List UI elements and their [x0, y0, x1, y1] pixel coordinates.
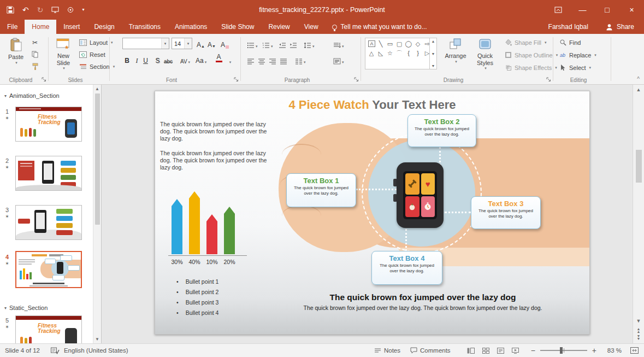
- bar-chart[interactable]: [172, 188, 244, 254]
- thumb-scroll-up-icon[interactable]: ▲: [95, 86, 99, 91]
- maximize-button[interactable]: □: [595, 0, 619, 20]
- shape-textbox-icon[interactable]: A: [368, 40, 375, 48]
- shapes-gallery[interactable]: A ╲ ▭ ▢ ◯ ◇ ⇨ △ ◺ ☆ ⌒ { } ▷: [365, 38, 437, 69]
- align-right-button[interactable]: [268, 54, 277, 65]
- shape-oval-icon[interactable]: ◯: [405, 40, 412, 48]
- editor-scrollbar-thumb[interactable]: [636, 150, 642, 183]
- minimize-button[interactable]: —: [570, 0, 595, 20]
- thumb-scroll-down-icon[interactable]: ▼: [95, 337, 99, 342]
- bullets-button[interactable]: ▾: [246, 38, 259, 49]
- close-button[interactable]: ×: [619, 0, 644, 20]
- shape-outline-button[interactable]: Shape Outline▾: [504, 51, 558, 59]
- new-slide-button[interactable]: New Slide ▾: [51, 35, 75, 71]
- chart-bar-1[interactable]: [172, 199, 182, 254]
- shape-rectangle-icon[interactable]: ▭: [386, 40, 394, 48]
- decrease-font-size-button[interactable]: A▼: [206, 38, 217, 49]
- font-dialog-launcher[interactable]: [234, 77, 239, 82]
- normal-view-button[interactable]: [467, 348, 475, 354]
- quick-styles-button[interactable]: Quick Styles ▾: [471, 35, 499, 71]
- format-painter-button[interactable]: [31, 62, 39, 71]
- change-case-button[interactable]: Aa▾: [194, 54, 208, 65]
- shapes-scroll-down-icon[interactable]: ▼: [432, 52, 435, 56]
- shape-triangle-icon[interactable]: △: [368, 49, 375, 57]
- columns-button[interactable]: ▾: [294, 54, 307, 65]
- slide-title[interactable]: 4 Piece Watch Your Text Here: [155, 98, 589, 112]
- line-spacing-button[interactable]: ▾: [303, 38, 316, 49]
- font-color-button[interactable]: A: [214, 52, 223, 63]
- paste-button[interactable]: Paste ▾: [3, 35, 28, 65]
- cut-button[interactable]: ✂: [31, 38, 39, 46]
- thumb-scrollbar-thumb[interactable]: [95, 93, 100, 225]
- thumbnail-scrollbar[interactable]: ▲ ▼: [93, 85, 101, 343]
- undo-icon[interactable]: ↶: [22, 6, 29, 14]
- drawing-dialog-launcher[interactable]: [546, 77, 551, 82]
- zoom-slider[interactable]: [540, 350, 587, 351]
- arrange-button[interactable]: Arrange ▾: [442, 35, 469, 64]
- tab-home[interactable]: Home: [25, 20, 56, 34]
- chart-bar-2[interactable]: [189, 191, 200, 254]
- collapse-ribbon-icon[interactable]: ^: [637, 76, 640, 82]
- notes-button[interactable]: Notes: [374, 347, 400, 354]
- shapes-gallery-scrollbar[interactable]: ▲ ▼ ▼: [429, 38, 436, 69]
- proofing-icon[interactable]: [51, 347, 60, 354]
- reading-view-button[interactable]: [497, 348, 504, 354]
- justify-button[interactable]: [279, 54, 288, 65]
- fit-slide-to-window-button[interactable]: [630, 347, 639, 354]
- font-name-caret-icon[interactable]: ▾: [161, 38, 169, 49]
- scroll-up-icon[interactable]: ▲: [636, 87, 641, 92]
- section-header-animation[interactable]: ▾ Animation_Section: [4, 92, 60, 99]
- strikethrough-button[interactable]: abc: [163, 54, 174, 65]
- italic-button[interactable]: I: [132, 54, 141, 65]
- body-paragraph-2[interactable]: The quick brown fox jumped over the lazy…: [160, 150, 268, 171]
- tab-animations[interactable]: Animations: [168, 20, 214, 34]
- shape-diamond-icon[interactable]: ◇: [414, 40, 422, 48]
- comments-button[interactable]: Comments: [410, 347, 451, 354]
- bullet-list[interactable]: •Bullet point 1 •Bullet point 2 •Bullet …: [176, 276, 218, 318]
- slide-thumbnail-3[interactable]: [15, 205, 82, 240]
- font-name-combo[interactable]: ▾: [122, 38, 169, 49]
- bold-button[interactable]: B: [122, 54, 132, 65]
- select-button[interactable]: Select▾: [558, 63, 591, 72]
- slide-thumbnail-2[interactable]: [15, 156, 82, 191]
- shape-rounded-rectangle-icon[interactable]: ▢: [395, 40, 403, 48]
- align-left-button[interactable]: [246, 54, 256, 65]
- start-from-beginning-icon[interactable]: [51, 7, 59, 13]
- tab-insert[interactable]: Insert: [56, 20, 87, 34]
- font-size-caret-icon[interactable]: ▾: [184, 38, 192, 49]
- textbox-1[interactable]: Text Box 1 The quick brown fox jumped ov…: [286, 173, 356, 207]
- save-icon[interactable]: [7, 6, 14, 14]
- textbox-3[interactable]: Text Box 3 The quick brown fox jumped ov…: [471, 196, 541, 229]
- replace-button[interactable]: ab Replace▾: [558, 51, 596, 59]
- language-indicator[interactable]: English (United States): [64, 347, 128, 354]
- chart-bar-4[interactable]: [224, 207, 235, 254]
- shape-star-icon[interactable]: ☆: [386, 49, 394, 57]
- section-header-static[interactable]: ▾ Static_Section: [4, 305, 48, 311]
- redo-icon[interactable]: ↻: [37, 6, 44, 14]
- find-button[interactable]: Find: [558, 38, 581, 46]
- tab-slide-show[interactable]: Slide Show: [214, 20, 261, 34]
- slide-footer-heading[interactable]: The quick brown fox jumped over the lazy…: [259, 292, 587, 302]
- tab-design[interactable]: Design: [87, 20, 121, 34]
- shape-brace-right-icon[interactable]: }: [414, 49, 422, 57]
- character-spacing-button[interactable]: AV▾: [179, 54, 191, 65]
- font-size-combo[interactable]: 14 ▾: [172, 38, 192, 49]
- textbox-4[interactable]: Text Box 4 The quick brown fox jumped ov…: [371, 251, 442, 285]
- next-slide-button[interactable]: ▼▼: [637, 335, 641, 340]
- tab-transitions[interactable]: Transitions: [122, 20, 168, 34]
- paragraph-dialog-launcher[interactable]: [354, 77, 359, 82]
- share-button[interactable]: Share: [596, 20, 644, 34]
- slide-sorter-view-button[interactable]: [482, 348, 489, 354]
- shape-line-icon[interactable]: ╲: [377, 40, 385, 48]
- previous-slide-button[interactable]: ▲▲: [637, 327, 641, 333]
- font-color-caret[interactable]: ▾: [225, 54, 234, 65]
- shape-arc-icon[interactable]: ⌒: [395, 49, 403, 57]
- increase-font-size-button[interactable]: A▲: [196, 38, 206, 49]
- numbering-button[interactable]: ▾: [261, 38, 274, 49]
- account-user-name[interactable]: Farshad Iqbal: [541, 23, 596, 31]
- slide-thumbnail-5[interactable]: Fitness Tracking: [15, 315, 82, 343]
- chart-bar-3[interactable]: [206, 214, 217, 254]
- decrease-indent-button[interactable]: [277, 38, 287, 49]
- zoom-in-button[interactable]: +: [592, 346, 596, 355]
- section-collapse-icon[interactable]: ▾: [4, 93, 7, 98]
- underline-button[interactable]: U: [141, 54, 150, 65]
